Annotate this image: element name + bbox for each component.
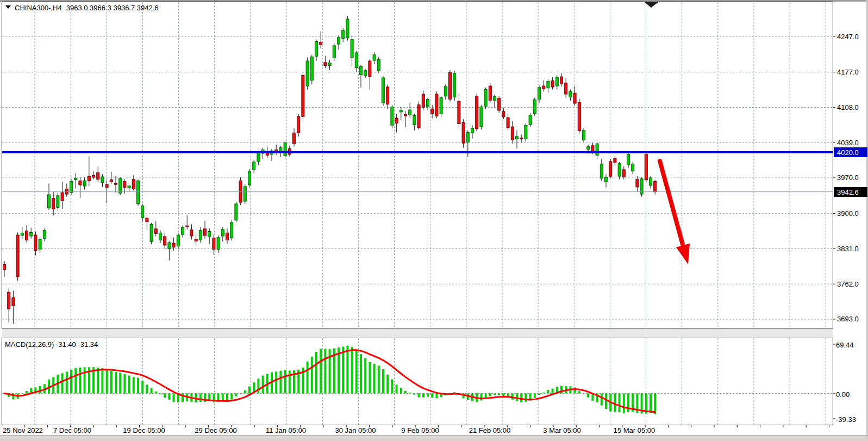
candle-down	[449, 73, 452, 100]
candle-down	[61, 192, 64, 201]
candle-up	[217, 238, 220, 250]
candle-up	[453, 73, 456, 97]
macd-histogram-bar	[279, 371, 282, 394]
candle-down	[578, 102, 580, 131]
macd-histogram-bar	[502, 394, 504, 396]
macd-histogram-bar	[235, 394, 237, 396]
macd-tick-label: -39.33	[836, 415, 856, 424]
candle-up	[587, 147, 590, 150]
price-tick-label: 3900.0	[837, 209, 859, 218]
macd-histogram-bar	[547, 390, 549, 393]
macd-histogram-bar	[583, 394, 585, 394]
candle-down	[213, 238, 215, 250]
candle-up	[480, 107, 483, 127]
candle-down	[123, 182, 126, 188]
macd-tick-label: 0.00	[836, 390, 850, 399]
candle-up	[43, 231, 46, 239]
chart-title: CHINA300-,H43963.0 3966.3 3936.7 3942.6	[15, 4, 159, 12]
macd-plot-area[interactable]	[2, 338, 833, 425]
time-tick-label: 19 Dec 05:00	[123, 426, 165, 434]
macd-histogram-bar	[164, 394, 166, 398]
candle-up	[83, 181, 86, 186]
candle-down	[172, 243, 175, 247]
current-price-label-text: 3942.6	[837, 188, 859, 196]
price-tick-label: 3970.0	[837, 173, 859, 182]
candle-down	[458, 101, 460, 123]
macd-histogram-bar	[66, 371, 68, 393]
candle-up	[555, 77, 558, 86]
candle-up	[74, 178, 77, 180]
candle-down	[435, 94, 438, 116]
candle-up	[346, 19, 349, 38]
macd-histogram-bar	[84, 367, 86, 393]
time-tick-label: 25 Nov 2022	[3, 426, 43, 434]
candle-down	[302, 75, 304, 116]
price-tick-label: 3831.0	[837, 245, 859, 253]
macd-histogram-bar	[601, 394, 603, 406]
candle-up	[137, 181, 140, 204]
chart-title-ohlc: 3963.0 3966.3 3936.7 3942.6	[66, 4, 159, 12]
macd-histogram-bar	[351, 347, 353, 393]
candle-up	[159, 233, 162, 240]
macd-histogram-bar	[230, 394, 233, 400]
candle-up	[524, 125, 527, 139]
candle-down	[88, 176, 90, 181]
candle-down	[386, 87, 389, 104]
price-tick-label: 4247.0	[837, 33, 859, 41]
candle-down	[8, 292, 10, 309]
macd-histogram-bar	[614, 394, 616, 412]
candle-down	[560, 77, 563, 84]
candle-down	[609, 162, 612, 176]
window-top-edge	[0, 0, 868, 2]
candle-up	[182, 227, 184, 234]
macd-histogram-bar	[587, 394, 589, 397]
candle-up	[484, 90, 487, 107]
candle-down	[462, 123, 465, 144]
macd-histogram-bar	[364, 358, 366, 393]
macd-histogram-bar	[413, 394, 415, 395]
price-tick-label: 4108.0	[837, 103, 859, 111]
candle-down	[431, 109, 434, 113]
macd-histogram-bar	[137, 378, 139, 394]
macd-histogram-bar	[115, 372, 117, 394]
candle-down	[146, 218, 148, 222]
macd-histogram-bar	[173, 394, 175, 402]
macd-histogram-bar	[284, 370, 286, 393]
macd-histogram-bar	[605, 394, 607, 409]
window-bottom-strip	[0, 436, 868, 441]
candle-down	[105, 184, 108, 188]
macd-histogram-bar	[627, 394, 629, 412]
macd-histogram-bar	[39, 386, 41, 394]
candle-down	[164, 237, 166, 245]
mt4-chart-window: 4247.04177.04108.04039.03970.03900.03831…	[0, 0, 868, 441]
macd-histogram-bar	[159, 394, 161, 395]
candle-down	[520, 138, 523, 139]
time-tick-label: 30 Jan 05:00	[335, 426, 376, 434]
macd-histogram-bar	[289, 371, 291, 394]
macd-histogram-bar	[199, 394, 202, 402]
macd-histogram-bar	[110, 371, 113, 394]
candle-up	[328, 63, 331, 66]
macd-histogram-bar	[244, 390, 246, 394]
macd-histogram-bar	[262, 376, 264, 394]
macd-histogram-bar	[97, 368, 99, 393]
macd-histogram-bar	[623, 394, 625, 414]
candle-down	[565, 83, 567, 94]
candle-up	[306, 61, 309, 86]
time-tick-label: 9 Feb 05:00	[401, 426, 439, 434]
candle-down	[3, 265, 6, 270]
candle-up	[538, 88, 541, 100]
macd-histogram-bar	[320, 349, 322, 393]
panel-separator[interactable]	[2, 329, 833, 338]
macd-histogram-bar	[619, 394, 621, 413]
macd-histogram-bar	[222, 394, 224, 401]
candle-down	[591, 146, 594, 151]
macd-histogram-bar	[524, 394, 527, 402]
macd-histogram-bar	[355, 350, 358, 394]
candle-up	[444, 86, 447, 96]
candle-down	[132, 179, 135, 189]
macd-histogram-bar	[123, 374, 126, 393]
macd-histogram-bar	[106, 370, 108, 394]
main-plot-area[interactable]	[2, 2, 833, 328]
macd-tick-label: 69.44	[836, 341, 854, 349]
